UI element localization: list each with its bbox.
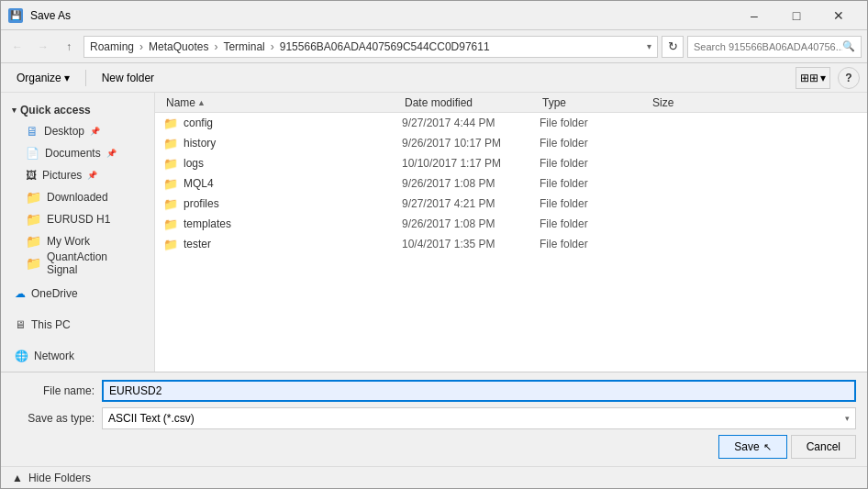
- table-row[interactable]: 📁 history 9/26/2017 10:17 PM File folder: [155, 133, 867, 153]
- network-label: Network: [34, 350, 74, 362]
- table-row[interactable]: 📁 profiles 9/27/2017 4:21 PM File folder: [155, 194, 867, 214]
- quick-access-header: ▾ Quick access: [1, 96, 154, 120]
- sidebar-divider-2: [1, 306, 154, 313]
- search-box[interactable]: 🔍: [687, 36, 862, 58]
- folder-icon: 📁: [163, 117, 178, 130]
- help-button[interactable]: ?: [838, 67, 860, 89]
- address-bar: ← → ↑ Roaming › MetaQuotes › Terminal › …: [1, 30, 867, 63]
- hide-folders-bar[interactable]: ▲ Hide Folders: [1, 466, 867, 488]
- downloaded-icon: 📁: [26, 190, 41, 205]
- window-title: Save As: [30, 9, 71, 22]
- address-path[interactable]: Roaming › MetaQuotes › Terminal › 915566…: [83, 36, 658, 58]
- sidebar: ▾ Quick access 🖥 Desktop 📌 📄 Documents 📌…: [1, 93, 155, 372]
- onedrive-icon: ☁: [15, 287, 26, 300]
- file-type: File folder: [540, 117, 650, 129]
- sidebar-item-documents[interactable]: 📄 Documents 📌: [3, 142, 152, 164]
- new-folder-button[interactable]: New folder: [94, 67, 162, 89]
- documents-label: Documents: [45, 147, 101, 160]
- search-input[interactable]: [694, 41, 842, 52]
- col-date-header[interactable]: Date modified: [401, 96, 539, 109]
- table-row[interactable]: 📁 MQL4 9/26/2017 1:08 PM File folder: [155, 173, 867, 194]
- toolbar-separator: [85, 70, 86, 86]
- file-type: File folder: [540, 238, 650, 250]
- cancel-button[interactable]: Cancel: [791, 435, 856, 459]
- col-name-header[interactable]: Name ▲: [162, 96, 401, 109]
- sidebar-item-network[interactable]: 🌐 Network: [3, 344, 152, 368]
- sidebar-item-thispc[interactable]: 🖥 This PC: [3, 313, 152, 337]
- file-type: File folder: [540, 217, 650, 230]
- refresh-button[interactable]: ↻: [662, 36, 684, 58]
- title-bar-controls: – □ ✕: [733, 2, 860, 29]
- savetype-select[interactable]: ASCII Text (*.csv) ▾: [102, 407, 856, 429]
- thispc-icon: 🖥: [15, 318, 26, 331]
- onedrive-label: OneDrive: [31, 287, 78, 300]
- col-size-label: Size: [652, 96, 673, 109]
- file-date: 9/26/2017 10:17 PM: [402, 137, 540, 150]
- desktop-label: Desktop: [44, 125, 84, 138]
- save-cursor-icon: ↖: [763, 441, 772, 453]
- action-buttons: Save ↖ Cancel: [12, 435, 856, 459]
- organize-chevron-icon: ▾: [64, 72, 70, 84]
- table-row[interactable]: 📁 templates 9/26/2017 1:08 PM File folde…: [155, 214, 867, 234]
- save-button[interactable]: Save ↖: [718, 435, 786, 459]
- col-type-label: Type: [542, 96, 566, 109]
- table-row[interactable]: 📁 tester 10/4/2017 1:35 PM File folder: [155, 234, 867, 254]
- maximize-button[interactable]: □: [775, 2, 818, 29]
- folder-icon: 📁: [163, 197, 178, 211]
- sidebar-item-desktop[interactable]: 🖥 Desktop 📌: [3, 120, 152, 142]
- sidebar-item-mywork[interactable]: 📁 My Work: [3, 230, 152, 252]
- pin-icon-pics: 📌: [87, 171, 97, 180]
- new-folder-label: New folder: [102, 72, 154, 84]
- bottom-bar: File name: Save as type: ASCII Text (*.c…: [1, 372, 867, 466]
- crumb-metaquotes: MetaQuotes: [149, 40, 208, 53]
- crumb-roaming: Roaming: [90, 40, 134, 53]
- quick-access-chevron-icon: ▾: [12, 106, 17, 115]
- view-icon: ⊞⊞: [800, 72, 818, 84]
- sidebar-item-quantaction[interactable]: 📁 QuantAction Signal: [3, 252, 152, 274]
- sidebar-item-downloaded[interactable]: 📁 Downloaded: [3, 186, 152, 208]
- folder-icon: 📁: [163, 238, 178, 251]
- forward-button[interactable]: →: [32, 36, 54, 58]
- folder-icon: 📁: [163, 177, 178, 191]
- col-date-label: Date modified: [405, 96, 473, 109]
- sidebar-item-eurusd[interactable]: 📁 EURUSD H1: [3, 208, 152, 230]
- thispc-label: This PC: [31, 318, 71, 331]
- filename-row: File name:: [12, 380, 856, 402]
- file-date: 10/4/2017 1:35 PM: [402, 238, 540, 250]
- organize-button[interactable]: Organize ▾: [8, 67, 78, 89]
- file-date: 9/26/2017 1:08 PM: [402, 177, 540, 190]
- documents-icon: 📄: [26, 147, 39, 160]
- sidebar-item-onedrive[interactable]: ☁ OneDrive: [3, 282, 152, 306]
- close-button[interactable]: ✕: [818, 2, 860, 29]
- file-name: templates: [184, 217, 231, 230]
- cancel-label: Cancel: [807, 440, 840, 453]
- search-icon: 🔍: [842, 40, 855, 52]
- file-name: history: [184, 137, 216, 150]
- folder-icon: 📁: [163, 137, 178, 150]
- minimize-button[interactable]: –: [733, 2, 775, 29]
- file-type: File folder: [540, 197, 650, 210]
- file-date: 9/26/2017 1:08 PM: [402, 217, 540, 230]
- file-name: logs: [184, 157, 204, 170]
- sidebar-item-pictures[interactable]: 🖼 Pictures 📌: [3, 164, 152, 186]
- table-row[interactable]: 📁 logs 10/10/2017 1:17 PM File folder: [155, 153, 867, 173]
- toolbar: Organize ▾ New folder ⊞⊞ ▾ ?: [1, 63, 867, 93]
- savetype-value: ASCII Text (*.csv): [108, 412, 195, 425]
- file-type: File folder: [540, 137, 650, 150]
- crumb-terminal: Terminal: [223, 40, 264, 53]
- filename-input[interactable]: [102, 380, 856, 402]
- filename-label: File name:: [12, 384, 95, 397]
- mywork-icon: 📁: [26, 234, 41, 249]
- column-headers: Name ▲ Date modified Type Size: [155, 93, 867, 113]
- up-button[interactable]: ↑: [58, 36, 80, 58]
- col-type-header[interactable]: Type: [539, 96, 649, 109]
- table-row[interactable]: 📁 config 9/27/2017 4:44 PM File folder: [155, 113, 867, 133]
- folder-icon: 📁: [163, 157, 178, 171]
- pin-icon: 📌: [90, 127, 100, 136]
- col-size-header[interactable]: Size: [649, 96, 740, 109]
- view-button[interactable]: ⊞⊞ ▾: [796, 67, 830, 89]
- back-button[interactable]: ←: [6, 36, 28, 58]
- savetype-label: Save as type:: [12, 412, 95, 425]
- file-date: 9/27/2017 4:44 PM: [402, 117, 540, 129]
- file-name: tester: [184, 238, 211, 250]
